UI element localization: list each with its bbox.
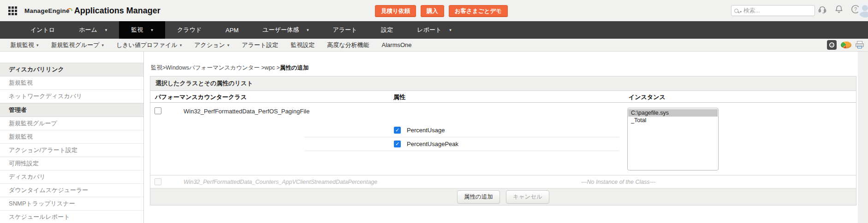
table-column-headers: パフォーマンスカウンタークラス 属性 インスタンス [150,91,856,103]
attribute-label: PercentUsage [407,127,445,134]
toolbar-alert-settings[interactable]: アラート設定 [242,41,278,49]
brand-name: ManageEngine [24,7,70,14]
sidebar: ディスカバリリンク 新規監視 ネットワークディスカバリ 管理者 新規監視グループ… [0,52,144,223]
toolbar-alarmsone[interactable]: AlarmsOne [382,41,412,48]
column-performance-counter-class: パフォーマンスカウンタークラス [155,93,247,101]
attribute-row-percentusage: ✓ PercentUsage [304,123,619,137]
snapshot-shutter-icon[interactable] [827,40,837,50]
class-name-disabled: Win32_PerfFormattedData_Counters_AppVCli… [184,179,377,185]
chevron-down-icon: ▾ [449,28,452,32]
pie-chart-icon[interactable] [841,41,851,48]
table-row-appv-disabled: Win32_PerfFormattedData_Counters_AppVCli… [150,176,856,188]
class-checkbox-unchecked[interactable] [155,107,161,114]
chevron-down-icon: ▾ [36,43,39,47]
breadcrumb-wpc[interactable]: wpc [265,65,275,71]
instance-option-pagefile[interactable]: C:\pagefile.sys [628,109,718,117]
action-toolbar: 新規監視▾ 新規監視グループ▾ しきい値プロファイル▾ アクション▾ アラート設… [0,39,868,52]
top-header: ManageEngine Applications Manager 見積り依頼 … [0,0,868,21]
nav-tab-home[interactable]: ホーム▾ [67,21,119,39]
toolbar-new-monitor[interactable]: 新規監視▾ [10,41,39,49]
right-gutter [858,52,868,223]
breadcrumb-monitoring[interactable]: 監視 [151,65,162,71]
nav-tab-alerts[interactable]: アラート [321,21,369,39]
sidebar-item-schedule-report[interactable]: スケジュールレポート [0,211,143,223]
toolbar-right-icons [827,40,864,50]
no-instance-note: ---No Instance of the Class--- [581,179,655,185]
sidebar-item-availability-settings[interactable]: 可用性設定 [0,157,143,170]
request-quote-button[interactable]: 見積り依頼 [375,5,416,17]
attribute-row-percentusagepeak: ✓ PercentUsagePeak [304,137,619,151]
add-attribute-button[interactable]: 属性の追加 [457,190,500,204]
notifications-bell-icon[interactable] [833,3,845,15]
nav-tab-intro[interactable]: イントロ [18,21,67,39]
nav-tab-reports[interactable]: レポート▾ [405,21,463,39]
personal-demo-button[interactable]: お客さまごとデモ [449,5,508,17]
chevron-down-icon: ▾ [227,43,230,47]
breadcrumb-windows-performance-counter[interactable]: Windowsパフォーマンスカウンター [166,65,260,71]
chevron-down-icon: ▾ [101,43,104,47]
search-input[interactable] [743,7,812,14]
toolbar-new-monitor-group[interactable]: 新規監視グループ▾ [51,41,104,49]
nav-tab-apm[interactable]: APM [214,21,250,39]
sidebar-item-snmp-trap-listener[interactable]: SNMPトラップリスナー [0,197,143,211]
user-avatar[interactable] [858,3,868,18]
column-instance: インスタンス [629,93,666,101]
toolbar-advanced-analytics[interactable]: 高度な分析機能 [327,41,369,49]
search-icon [734,9,738,13]
sidebar-item-downtime-scheduler[interactable]: ダウンタイムスケジューラー [0,184,143,197]
toolbar-actions[interactable]: アクション▾ [194,41,229,49]
instance-option-total[interactable]: _Total [628,117,718,124]
apps-grid-icon[interactable] [8,6,17,15]
nav-tab-monitoring[interactable]: 監視▾ [119,21,165,39]
nav-tab-settings[interactable]: 設定 [369,21,405,39]
sidebar-item-new-monitor[interactable]: 新規監視 [0,76,143,90]
attributes-cell: ✓ PercentUsage ✓ PercentUsagePeak [304,123,619,151]
header-icons: ? [816,3,862,15]
page: ManageEngine Applications Manager 見積り依頼 … [0,0,868,223]
sidebar-section-admin: 管理者 [0,103,143,117]
toolbar-threshold-profile[interactable]: しきい値プロファイル▾ [116,41,182,49]
attribute-label: PercentUsagePeak [407,141,458,147]
sidebar-item-discovery[interactable]: ディスカバリ [0,170,143,184]
cancel-button[interactable]: キャンセル [506,190,549,204]
chevron-down-icon: ▾ [151,28,153,32]
instance-listbox[interactable]: C:\pagefile.sys _Total [627,108,719,170]
attribute-checkbox-checked[interactable]: ✓ [394,141,401,147]
sidebar-item-new-monitor-group[interactable]: 新規監視グループ [0,117,143,130]
purchase-button[interactable]: 購入 [421,5,444,17]
main-nav: イントロ ホーム▾ 監視▾ クラウド APM ユーザー体感▾ アラート 設定 レ… [0,21,868,39]
support-headset-icon[interactable] [816,3,828,15]
chevron-down-icon: ▾ [180,43,182,47]
breadcrumb-add-attribute: 属性の追加 [280,65,309,71]
sidebar-section-discovery-links: ディスカバリリンク [0,63,143,76]
sidebar-item-network-discovery[interactable]: ネットワークディスカバリ [0,90,143,103]
table-row-pagingfile: Win32_PerfFormattedData_PerfOS_PagingFil… [150,103,856,176]
app-logo[interactable]: ManageEngine Applications Manager [8,0,161,21]
toolbar-monitor-settings[interactable]: 監視設定 [291,41,315,49]
product-name: Applications Manager [74,6,161,16]
column-attributes: 属性 [393,93,405,101]
chevron-down-icon: ▾ [105,28,107,32]
nav-tab-cloud[interactable]: クラウド [165,21,214,39]
sidebar-item-new-monitor-admin[interactable]: 新規監視 [0,130,143,144]
search-scope-chevron-icon[interactable]: ▾ [740,10,742,14]
sidebar-item-action-alert-settings[interactable]: アクション/アラート設定 [0,144,143,157]
class-checkbox-disabled [155,178,161,185]
chevron-down-icon: ▾ [307,28,309,32]
cta-buttons: 見積り依頼 購入 お客さまごとデモ [375,5,508,17]
svg-text:?: ? [854,6,857,12]
content-area: ディスカバリリンク 新規監視 ネットワークディスカバリ 管理者 新規監視グループ… [0,52,868,223]
nav-tab-user-experience[interactable]: ユーザー体感▾ [250,21,321,39]
main-panel: 監視>Windowsパフォーマンスカウンター >wpc >属性の追加 選択したク… [144,52,858,223]
panel-title: 選択したクラスとその属性のリスト [150,76,856,91]
class-attributes-panel: 選択したクラスとその属性のリスト パフォーマンスカウンタークラス 属性 インスタ… [150,76,856,205]
panel-button-bar: 属性の追加 キャンセル [150,188,856,205]
breadcrumb: 監視>Windowsパフォーマンスカウンター >wpc >属性の追加 [144,52,858,76]
attribute-checkbox-checked[interactable]: ✓ [394,127,401,134]
global-search: ▾ [731,5,815,16]
class-name: Win32_PerfFormattedData_PerfOS_PagingFil… [184,108,309,115]
print-icon[interactable] [856,41,864,49]
